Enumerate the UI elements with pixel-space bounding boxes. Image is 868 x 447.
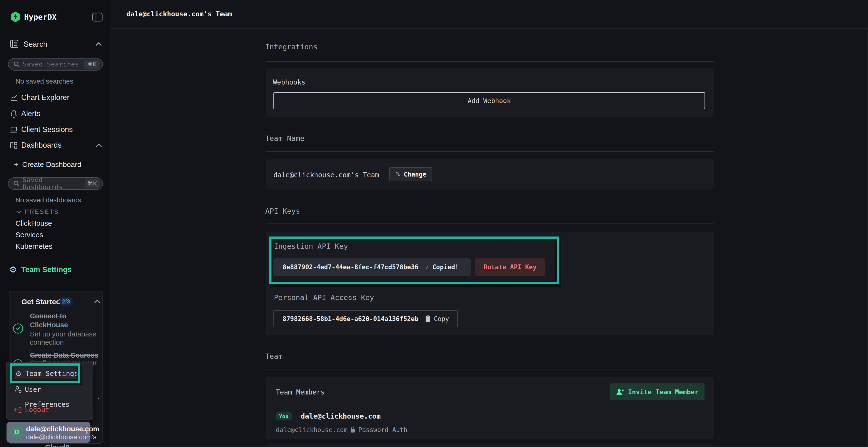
team-name-value: dale@clickhouse.com's Team bbox=[273, 171, 379, 179]
search-icon bbox=[13, 61, 20, 68]
clipboard-icon bbox=[425, 315, 431, 323]
member-name: dale@clickhouse.com bbox=[301, 412, 381, 420]
personal-api-key-value: 87982668-58b1-4d6e-a620-014a136f52eb bbox=[283, 315, 418, 322]
add-webhook-button[interactable]: Add Webhook bbox=[273, 92, 705, 109]
api-keys-heading: API Keys bbox=[265, 207, 300, 215]
pencil-icon: ✎ bbox=[395, 171, 401, 178]
webhooks-label: Webhooks bbox=[273, 78, 306, 86]
search-section-icon bbox=[10, 39, 19, 49]
chevron-down-icon bbox=[16, 210, 22, 214]
member-email: dale@clickhouse.com bbox=[276, 426, 347, 434]
sidebar-item-services[interactable]: Services bbox=[16, 231, 43, 239]
team-members-label: Team Members bbox=[276, 388, 324, 396]
sidebar: HyperDX Search Saved Searches ⌘K N bbox=[0, 0, 111, 447]
saved-dashboards-input[interactable]: Saved Dashboards ⌘K bbox=[8, 177, 103, 190]
sidebar-divider bbox=[0, 153, 110, 153]
person-plus-icon bbox=[616, 388, 624, 396]
personal-api-key-label: Personal API Access Key bbox=[274, 294, 374, 302]
chevron-up-icon[interactable] bbox=[95, 143, 102, 147]
no-saved-searches-text: No saved searches bbox=[16, 77, 73, 85]
change-team-name-button[interactable]: ✎ Change bbox=[390, 167, 432, 181]
sidebar-section-search[interactable]: Search bbox=[24, 38, 47, 50]
section-divider bbox=[266, 369, 714, 370]
app-logo-text: HyperDX bbox=[24, 12, 57, 22]
grid-icon bbox=[10, 141, 18, 149]
team-name-card: dale@clickhouse.com's Team ✎ Change bbox=[266, 160, 714, 190]
shortcut-badge: ⌘K bbox=[85, 179, 100, 188]
sidebar-item-chart-explorer[interactable]: Chart Explorer bbox=[0, 91, 110, 104]
laptop-icon bbox=[10, 126, 18, 133]
chart-line-icon bbox=[10, 94, 18, 102]
bell-icon bbox=[10, 110, 18, 118]
section-divider bbox=[266, 224, 714, 224]
app-window: HyperDX Search Saved Searches ⌘K N bbox=[0, 0, 868, 447]
no-saved-dashboards-text: No saved dashboards bbox=[16, 196, 81, 204]
arrow-right-icon[interactable]: → bbox=[93, 392, 101, 402]
team-heading: Team bbox=[265, 352, 283, 361]
menu-item-logout[interactable]: Logout bbox=[11, 403, 89, 417]
page-title: dale@clickhouse.com's Team bbox=[126, 10, 232, 18]
search-icon bbox=[13, 180, 20, 187]
card-divider bbox=[266, 404, 714, 404]
sidebar-divider bbox=[0, 56, 110, 56]
step-desc: Set up your database connection bbox=[30, 330, 106, 346]
member-auth-type: Password Auth bbox=[358, 426, 407, 434]
team-name-heading: Team Name bbox=[265, 134, 305, 143]
menu-divider bbox=[9, 399, 91, 399]
lock-icon bbox=[350, 426, 355, 433]
section-divider bbox=[266, 61, 714, 62]
chevron-up-icon[interactable] bbox=[94, 299, 100, 304]
highlight-annotation-ingestion-key bbox=[269, 237, 559, 284]
menu-item-user-preferences[interactable]: User Preferences bbox=[11, 382, 89, 397]
plus-icon: + bbox=[14, 159, 19, 170]
saved-searches-input[interactable]: Saved Searches ⌘K bbox=[8, 58, 103, 71]
integrations-heading: Integrations bbox=[265, 43, 317, 51]
get-started-title: Get Started bbox=[22, 298, 61, 306]
sidebar-item-kubernetes[interactable]: Kubernetes bbox=[16, 242, 52, 250]
sidebar-item-team-settings[interactable]: ⚙ Team Settings bbox=[0, 264, 110, 276]
step-title: Create Data Sources bbox=[30, 351, 105, 360]
copy-label: Copy bbox=[434, 315, 449, 322]
chevron-right-icon: › bbox=[85, 426, 88, 437]
you-badge: You bbox=[276, 412, 292, 420]
logout-icon bbox=[14, 406, 22, 414]
hyperdx-logo-icon bbox=[10, 11, 20, 23]
saved-searches-placeholder: Saved Searches bbox=[23, 61, 79, 68]
sidebar-item-dashboards[interactable]: Dashboards bbox=[0, 139, 110, 151]
presets-toggle[interactable]: PRESETS bbox=[0, 207, 110, 217]
next-card-sliver bbox=[266, 444, 714, 447]
sidebar-collapse-icon[interactable] bbox=[92, 12, 103, 22]
page-header: dale@clickhouse.com's Team bbox=[110, 0, 868, 29]
progress-badge: 2/3 bbox=[59, 297, 73, 306]
user-gear-icon bbox=[14, 386, 22, 393]
create-dashboard-button[interactable]: + Create Dashboard bbox=[0, 158, 110, 171]
webhooks-card: Webhooks Add Webhook bbox=[266, 68, 714, 117]
gear-icon: ⚙ bbox=[9, 265, 17, 275]
avatar: D bbox=[10, 425, 24, 439]
team-members-card: Team Members Invite Team Member You dale… bbox=[266, 377, 714, 439]
sidebar-item-alerts[interactable]: Alerts bbox=[0, 107, 110, 120]
highlight-annotation-team-settings bbox=[10, 364, 80, 383]
sidebar-item-clickhouse[interactable]: ClickHouse bbox=[16, 219, 52, 227]
sidebar-item-client-sessions[interactable]: Client Sessions bbox=[0, 123, 110, 136]
chevron-up-icon[interactable] bbox=[95, 42, 102, 46]
section-divider bbox=[266, 151, 714, 152]
step-title: Connect to ClickHouse bbox=[30, 312, 102, 330]
user-account-button[interactable]: D dale@clickhouse.com dale@clickhouse.co… bbox=[6, 422, 90, 443]
personal-api-key-chip[interactable]: 87982668-58b1-4d6e-a620-014a136f52eb Cop… bbox=[273, 310, 458, 327]
step-done-icon bbox=[13, 323, 23, 334]
invite-team-member-button[interactable]: Invite Team Member bbox=[610, 383, 705, 400]
shortcut-badge: ⌘K bbox=[84, 60, 100, 69]
saved-dashboards-placeholder: Saved Dashboards bbox=[23, 176, 85, 191]
user-name: dale@clickhouse.com bbox=[26, 425, 99, 433]
